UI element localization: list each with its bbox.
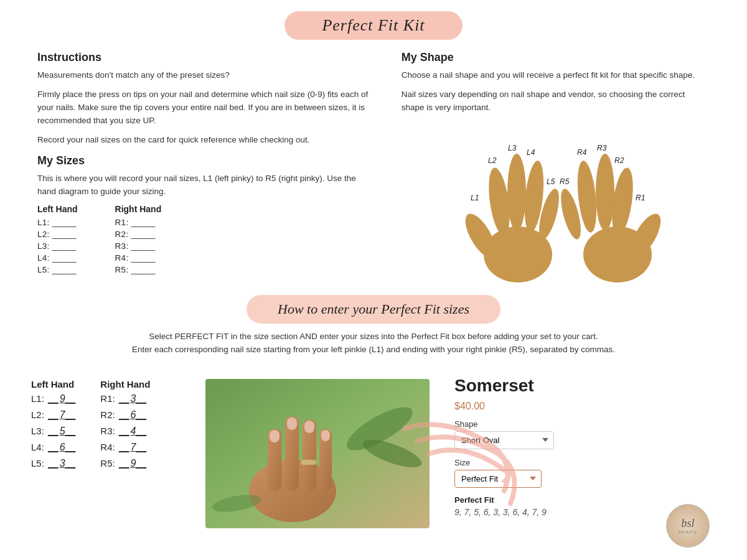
hand-diagram: L1 L2 L3 L4 L5 [402,121,710,282]
my-shape-heading: My Shape [402,51,710,64]
bottom-sizes: Left Hand L1: __9__ L2: __7__ L3: __5__ … [31,373,205,474]
page-title: Perfect Fit Kit [322,16,425,34]
bottom-right-hand: Right Hand R1: __3__ R2: __6__ R3: __4__… [100,379,150,474]
bottom-right-hand-label: Right Hand [100,379,150,390]
list-item: R4: _____ [115,253,162,263]
logo-circle: bsl beauty [666,504,710,548]
hands-svg: L1 L2 L3 L4 L5 [437,127,674,282]
bottom-left-hand-label: Left Hand [31,379,75,390]
shape-select[interactable]: Short Oval Long Oval Round Square Coffin… [454,431,554,449]
svg-text:R2: R2 [614,156,624,165]
right-hand-label: Right Hand [115,204,162,214]
product-image [205,379,430,528]
svg-rect-29 [287,418,297,430]
logo-sub: beauty [679,529,697,534]
list-item: R3: _____ [115,241,162,251]
my-shape-p1: Choose a nail shape and you will receive… [402,69,710,82]
list-item: L1: __9__ [31,393,75,404]
how-section: How to enter your Perfect Fit sizes Sele… [0,282,747,363]
list-item: L1: _____ [37,218,78,227]
product-panel: Somerset $40.00 Shape Short Oval Long Ov… [430,373,716,517]
bottom-section: Left Hand L1: __9__ L2: __7__ L3: __5__ … [0,363,747,522]
left-column: Instructions Measurements don't match an… [37,51,377,282]
list-item: R2: _____ [115,230,162,239]
svg-text:R3: R3 [597,144,607,152]
svg-rect-30 [304,421,314,433]
list-item: R5: __9__ [100,458,150,469]
svg-text:L4: L4 [527,148,535,157]
right-column: My Shape Choose a nail shape and you wil… [402,51,710,282]
product-name: Somerset [454,376,716,396]
my-sizes-heading: My Sizes [37,154,377,167]
how-blob: How to enter your Perfect Fit sizes [247,295,500,324]
list-item: R5: _____ [115,265,162,274]
perfect-fit-label: Perfect Fit [454,495,716,505]
instructions-section: Instructions Measurements don't match an… [37,51,377,147]
list-item: L5: __3__ [31,458,75,469]
left-hand-label: Left Hand [37,204,78,214]
size-select[interactable]: Perfect Fit XS S M L XL [454,470,542,488]
svg-text:R4: R4 [577,148,587,157]
list-item: L3: _____ [37,241,78,251]
logo-area: bsl beauty [666,504,710,548]
list-item: R1: __3__ [100,393,150,404]
instructions-heading: Instructions [37,51,377,64]
product-photo [205,379,430,522]
list-item: L2: _____ [37,230,78,239]
my-sizes-desc: This is where you will record your nail … [37,172,377,198]
list-item: R1: _____ [115,218,162,227]
list-item: L4: _____ [37,253,78,263]
right-hand-col: Right Hand R1: _____ R2: _____ R3: _____… [115,204,162,277]
instructions-p1: Measurements don't match any of the pres… [37,69,377,82]
svg-text:R5: R5 [560,177,570,186]
svg-text:L3: L3 [508,144,517,152]
top-section: Instructions Measurements don't match an… [0,45,747,282]
my-shape-p2: Nail sizes vary depending on nail shape … [402,88,710,114]
header: Perfect Fit Kit [0,0,747,45]
my-sizes-section: My Sizes This is where you will record y… [37,154,377,278]
svg-text:L5: L5 [547,177,555,186]
shape-label: Shape [454,419,716,429]
instructions-p2: Firmly place the press on tips on your n… [37,88,377,128]
sizes-grid: Left Hand L1: _____ L2: _____ L3: _____ … [37,204,377,277]
list-item: L2: __7__ [31,409,75,421]
list-item: L4: __6__ [31,442,75,453]
svg-rect-31 [321,430,330,441]
product-price: $40.00 [454,401,716,412]
left-hand-col: Left Hand L1: _____ L2: _____ L3: _____ … [37,204,78,277]
svg-point-3 [507,154,526,231]
list-item: R2: __6__ [100,409,150,421]
list-item: R4: __7__ [100,442,150,453]
how-desc1: Select PERFECT FIT in the size section A… [0,324,747,357]
svg-text:L2: L2 [488,156,497,165]
how-title: How to enter your Perfect Fit sizes [278,301,469,317]
list-item: L3: __5__ [31,426,75,437]
svg-text:L1: L1 [471,194,479,202]
logo-text: bsl [681,518,694,529]
list-item: R3: __4__ [100,426,150,437]
bottom-left-hand: Left Hand L1: __9__ L2: __7__ L3: __5__ … [31,379,75,474]
header-blob: Perfect Fit Kit [284,11,462,40]
svg-text:R1: R1 [636,194,645,202]
instructions-p3: Record your nail sizes on the card for q… [37,134,377,147]
size-label: Size [454,458,716,467]
svg-rect-32 [301,460,316,465]
list-item: L5: _____ [37,265,78,274]
svg-rect-28 [270,430,280,442]
svg-point-14 [596,154,614,231]
